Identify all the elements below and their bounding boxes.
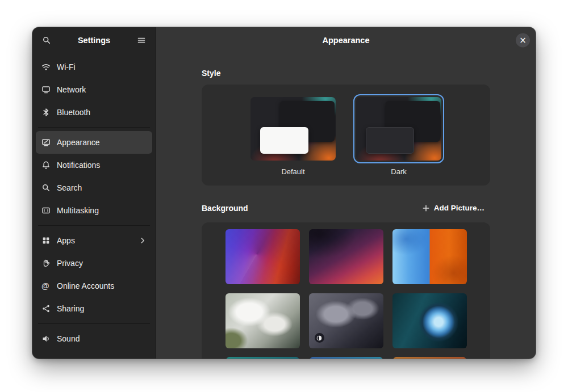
style-option-label: Dark <box>391 167 406 176</box>
appearance-content: Style Default <box>156 53 536 359</box>
wallpaper-thumbnail-8[interactable] <box>309 357 383 359</box>
sidebar-item-label: Sound <box>57 334 80 343</box>
menu-button[interactable] <box>133 32 150 49</box>
separator <box>38 323 150 324</box>
sidebar-item-label: Sharing <box>57 304 84 313</box>
day-night-icon <box>316 335 323 342</box>
sidebar-item-label: Network <box>57 85 86 94</box>
style-option-label: Default <box>281 167 304 176</box>
wallpaper-thumbnail-3[interactable] <box>392 229 467 284</box>
sidebar-item-label: Apps <box>57 236 75 245</box>
sidebar: Settings Wi-Fi Network <box>32 27 156 359</box>
sidebar-item-label: Multitasking <box>57 206 99 215</box>
hand-icon <box>41 259 51 268</box>
bell-icon <box>41 161 51 170</box>
day-night-badge <box>315 333 324 343</box>
sidebar-item-label: Privacy <box>57 259 83 268</box>
sidebar-item-label: Wi-Fi <box>57 62 76 71</box>
bluetooth-icon <box>41 108 51 117</box>
page-title: Appearance <box>322 36 369 45</box>
sidebar-item-sharing[interactable]: Sharing <box>36 297 152 320</box>
share-icon <box>41 304 51 313</box>
sidebar-item-bluetooth[interactable]: Bluetooth <box>36 101 152 124</box>
plus-icon <box>422 204 430 212</box>
background-card <box>202 222 490 359</box>
sidebar-item-search[interactable]: Search <box>36 176 152 199</box>
style-preview-frame-selected <box>353 94 444 163</box>
wallpaper-thumbnail-7[interactable] <box>225 357 300 359</box>
apps-grid-icon <box>41 236 51 245</box>
wallpaper-thumbnail-9[interactable] <box>392 357 467 359</box>
search-icon <box>41 183 51 192</box>
sidebar-item-label: Online Accounts <box>57 281 114 290</box>
sidebar-item-network[interactable]: Network <box>36 78 152 101</box>
sidebar-item-sound[interactable]: Sound <box>36 327 152 350</box>
appearance-icon <box>41 138 51 147</box>
speaker-icon <box>41 334 51 343</box>
network-icon <box>41 85 51 94</box>
background-section-title: Background <box>202 204 248 213</box>
sidebar-item-apps[interactable]: Apps <box>36 229 152 252</box>
at-icon: @ <box>41 281 51 290</box>
sidebar-item-appearance[interactable]: Appearance <box>36 131 152 154</box>
add-picture-label: Add Picture… <box>434 204 485 212</box>
close-button[interactable]: × <box>516 33 530 48</box>
chevron-right-icon <box>139 237 147 245</box>
hamburger-menu-icon <box>137 36 146 45</box>
appearance-panel: Appearance × Style Default <box>156 27 536 359</box>
settings-window: Settings Wi-Fi Network <box>32 27 536 359</box>
separator <box>38 225 150 226</box>
add-picture-button[interactable]: Add Picture… <box>416 200 490 216</box>
sidebar-item-privacy[interactable]: Privacy <box>36 252 152 275</box>
main-header: Appearance × <box>156 27 536 53</box>
style-section-title: Style <box>202 69 490 78</box>
close-icon: × <box>519 36 527 45</box>
wallpaper-thumbnail-2[interactable] <box>309 229 383 284</box>
wallpaper-thumbnail-6[interactable] <box>392 293 467 348</box>
sidebar-item-notifications[interactable]: Notifications <box>36 154 152 176</box>
sidebar-item-multitasking[interactable]: Multitasking <box>36 199 152 222</box>
wallpaper-thumbnail-1[interactable] <box>225 229 300 284</box>
sidebar-item-label: Bluetooth <box>57 108 90 117</box>
style-card: Default Dark <box>202 85 490 186</box>
sidebar-item-label: Notifications <box>57 161 100 170</box>
sidebar-item-online-accounts[interactable]: @ Online Accounts <box>36 275 152 297</box>
sidebar-item-label: Appearance <box>57 138 100 147</box>
wallpaper-thumbnail-4[interactable] <box>225 293 300 348</box>
style-option-default[interactable]: Default <box>248 94 339 176</box>
wifi-icon <box>41 62 51 71</box>
sidebar-nav-list: Wi-Fi Network Bluetooth Appeara <box>32 53 156 352</box>
style-preview-dark <box>356 97 441 161</box>
style-preview-frame <box>248 94 339 163</box>
sidebar-header: Settings <box>32 27 156 53</box>
preview-front-window-dark <box>366 127 414 154</box>
style-preview-default <box>250 97 336 161</box>
search-button[interactable] <box>38 32 55 49</box>
background-section-header: Background Add Picture… <box>202 200 490 216</box>
wallpaper-grid <box>202 229 490 359</box>
multitasking-icon <box>41 206 51 215</box>
search-icon <box>42 36 51 45</box>
wallpaper-thumbnail-5[interactable] <box>309 293 383 348</box>
sidebar-title: Settings <box>59 36 130 45</box>
style-option-dark[interactable]: Dark <box>353 94 444 176</box>
sidebar-item-wifi[interactable]: Wi-Fi <box>36 56 152 78</box>
sidebar-item-label: Search <box>57 183 82 192</box>
separator <box>38 127 150 128</box>
preview-front-window-light <box>260 127 308 154</box>
